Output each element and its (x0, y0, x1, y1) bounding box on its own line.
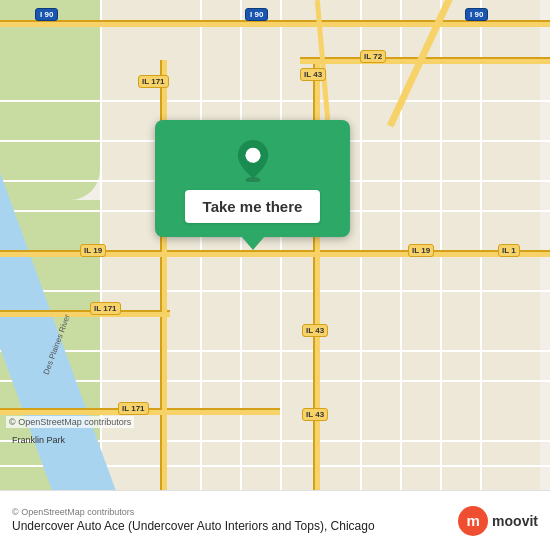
il171-lower-road (0, 312, 170, 317)
osm-map-copyright: © OpenStreetMap contributors (6, 416, 134, 428)
copyright-text: © OpenStreetMap contributors (12, 507, 458, 517)
place-name: Undercover Auto Ace (Undercover Auto Int… (12, 519, 458, 535)
road-v5 (400, 0, 402, 490)
road-v4 (360, 0, 362, 490)
badge-il43-lower: IL 43 (302, 324, 328, 337)
i90-highway (0, 22, 550, 27)
take-me-there-button[interactable]: Take me there (185, 190, 321, 223)
bottom-text-area: © OpenStreetMap contributors Undercover … (12, 507, 458, 535)
badge-i90-3: I 90 (465, 8, 488, 21)
popup-pointer (241, 236, 265, 250)
il72-road (300, 59, 550, 64)
franklin-park-label: Franklin Park (12, 435, 65, 445)
badge-i90-1: I 90 (35, 8, 58, 21)
moovit-icon: m (458, 506, 488, 536)
badge-il171-top: IL 171 (138, 75, 169, 88)
badge-il72: IL 72 (360, 50, 386, 63)
road-h6 (0, 350, 550, 352)
popup-box: Take me there (155, 120, 350, 237)
badge-i90-2: I 90 (245, 8, 268, 21)
badge-il171-lower: IL 171 (90, 302, 121, 315)
moovit-logo[interactable]: m moovit (458, 506, 538, 536)
badge-il19-right: IL 19 (408, 244, 434, 257)
location-pin-icon (234, 138, 272, 182)
road-h5 (0, 290, 550, 292)
map-container: I 90 I 90 I 90 IL 72 IL 171 IL 43 IL 19 … (0, 0, 550, 490)
road-v7 (480, 0, 482, 490)
badge-il43-bottom: IL 43 (302, 408, 328, 421)
badge-il19-left: IL 19 (80, 244, 106, 257)
popup-card: Take me there (155, 120, 350, 250)
road-h1 (0, 100, 550, 102)
badge-il171-bottom: IL 171 (118, 402, 149, 415)
badge-il43-top: IL 43 (300, 68, 326, 81)
svg-point-1 (245, 148, 260, 163)
badge-il1: IL 1 (498, 244, 520, 257)
road-v6 (440, 0, 442, 490)
bottom-bar: © OpenStreetMap contributors Undercover … (0, 490, 550, 550)
moovit-text: moovit (492, 513, 538, 529)
road-h7 (0, 380, 550, 382)
